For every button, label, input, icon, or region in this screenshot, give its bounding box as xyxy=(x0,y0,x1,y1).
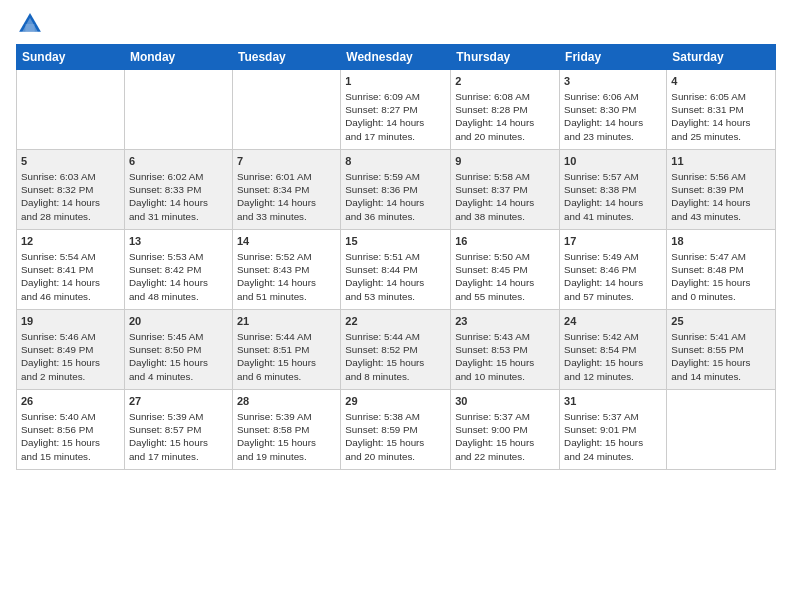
day-info: Sunrise: 6:08 AM Sunset: 8:28 PM Dayligh… xyxy=(455,90,555,143)
day-cell: 11Sunrise: 5:56 AM Sunset: 8:39 PM Dayli… xyxy=(667,150,776,230)
day-cell: 26Sunrise: 5:40 AM Sunset: 8:56 PM Dayli… xyxy=(17,390,125,470)
day-info: Sunrise: 5:39 AM Sunset: 8:57 PM Dayligh… xyxy=(129,410,228,463)
day-number: 12 xyxy=(21,234,120,249)
day-number: 27 xyxy=(129,394,228,409)
day-cell: 21Sunrise: 5:44 AM Sunset: 8:51 PM Dayli… xyxy=(233,310,341,390)
day-info: Sunrise: 5:44 AM Sunset: 8:52 PM Dayligh… xyxy=(345,330,446,383)
col-header-monday: Monday xyxy=(124,45,232,70)
day-info: Sunrise: 6:05 AM Sunset: 8:31 PM Dayligh… xyxy=(671,90,771,143)
week-row-3: 19Sunrise: 5:46 AM Sunset: 8:49 PM Dayli… xyxy=(17,310,776,390)
day-cell: 7Sunrise: 6:01 AM Sunset: 8:34 PM Daylig… xyxy=(233,150,341,230)
day-number: 18 xyxy=(671,234,771,249)
day-number: 13 xyxy=(129,234,228,249)
day-info: Sunrise: 5:49 AM Sunset: 8:46 PM Dayligh… xyxy=(564,250,662,303)
day-info: Sunrise: 6:03 AM Sunset: 8:32 PM Dayligh… xyxy=(21,170,120,223)
day-info: Sunrise: 6:06 AM Sunset: 8:30 PM Dayligh… xyxy=(564,90,662,143)
day-number: 29 xyxy=(345,394,446,409)
day-cell: 25Sunrise: 5:41 AM Sunset: 8:55 PM Dayli… xyxy=(667,310,776,390)
day-cell: 10Sunrise: 5:57 AM Sunset: 8:38 PM Dayli… xyxy=(560,150,667,230)
day-number: 25 xyxy=(671,314,771,329)
day-info: Sunrise: 5:44 AM Sunset: 8:51 PM Dayligh… xyxy=(237,330,336,383)
day-info: Sunrise: 5:42 AM Sunset: 8:54 PM Dayligh… xyxy=(564,330,662,383)
day-number: 9 xyxy=(455,154,555,169)
day-info: Sunrise: 5:53 AM Sunset: 8:42 PM Dayligh… xyxy=(129,250,228,303)
day-number: 30 xyxy=(455,394,555,409)
day-number: 6 xyxy=(129,154,228,169)
day-info: Sunrise: 5:47 AM Sunset: 8:48 PM Dayligh… xyxy=(671,250,771,303)
day-number: 20 xyxy=(129,314,228,329)
day-cell: 19Sunrise: 5:46 AM Sunset: 8:49 PM Dayli… xyxy=(17,310,125,390)
day-number: 21 xyxy=(237,314,336,329)
day-number: 14 xyxy=(237,234,336,249)
day-cell: 18Sunrise: 5:47 AM Sunset: 8:48 PM Dayli… xyxy=(667,230,776,310)
day-info: Sunrise: 5:37 AM Sunset: 9:01 PM Dayligh… xyxy=(564,410,662,463)
col-header-sunday: Sunday xyxy=(17,45,125,70)
day-cell: 13Sunrise: 5:53 AM Sunset: 8:42 PM Dayli… xyxy=(124,230,232,310)
day-cell: 6Sunrise: 6:02 AM Sunset: 8:33 PM Daylig… xyxy=(124,150,232,230)
day-cell: 27Sunrise: 5:39 AM Sunset: 8:57 PM Dayli… xyxy=(124,390,232,470)
day-cell: 22Sunrise: 5:44 AM Sunset: 8:52 PM Dayli… xyxy=(341,310,451,390)
day-number: 26 xyxy=(21,394,120,409)
day-cell: 16Sunrise: 5:50 AM Sunset: 8:45 PM Dayli… xyxy=(451,230,560,310)
day-info: Sunrise: 5:56 AM Sunset: 8:39 PM Dayligh… xyxy=(671,170,771,223)
logo xyxy=(16,10,48,38)
day-number: 1 xyxy=(345,74,446,89)
day-info: Sunrise: 5:59 AM Sunset: 8:36 PM Dayligh… xyxy=(345,170,446,223)
day-cell xyxy=(124,70,232,150)
day-info: Sunrise: 5:46 AM Sunset: 8:49 PM Dayligh… xyxy=(21,330,120,383)
page: SundayMondayTuesdayWednesdayThursdayFrid… xyxy=(0,0,792,612)
day-number: 31 xyxy=(564,394,662,409)
col-header-thursday: Thursday xyxy=(451,45,560,70)
day-cell: 15Sunrise: 5:51 AM Sunset: 8:44 PM Dayli… xyxy=(341,230,451,310)
day-info: Sunrise: 6:02 AM Sunset: 8:33 PM Dayligh… xyxy=(129,170,228,223)
day-info: Sunrise: 5:41 AM Sunset: 8:55 PM Dayligh… xyxy=(671,330,771,383)
day-number: 28 xyxy=(237,394,336,409)
day-number: 19 xyxy=(21,314,120,329)
day-cell: 24Sunrise: 5:42 AM Sunset: 8:54 PM Dayli… xyxy=(560,310,667,390)
day-number: 2 xyxy=(455,74,555,89)
day-cell: 23Sunrise: 5:43 AM Sunset: 8:53 PM Dayli… xyxy=(451,310,560,390)
header-row: SundayMondayTuesdayWednesdayThursdayFrid… xyxy=(17,45,776,70)
day-info: Sunrise: 5:52 AM Sunset: 8:43 PM Dayligh… xyxy=(237,250,336,303)
day-info: Sunrise: 5:38 AM Sunset: 8:59 PM Dayligh… xyxy=(345,410,446,463)
day-number: 5 xyxy=(21,154,120,169)
week-row-1: 5Sunrise: 6:03 AM Sunset: 8:32 PM Daylig… xyxy=(17,150,776,230)
week-row-2: 12Sunrise: 5:54 AM Sunset: 8:41 PM Dayli… xyxy=(17,230,776,310)
day-info: Sunrise: 5:54 AM Sunset: 8:41 PM Dayligh… xyxy=(21,250,120,303)
col-header-wednesday: Wednesday xyxy=(341,45,451,70)
day-number: 11 xyxy=(671,154,771,169)
day-number: 10 xyxy=(564,154,662,169)
day-cell: 9Sunrise: 5:58 AM Sunset: 8:37 PM Daylig… xyxy=(451,150,560,230)
day-info: Sunrise: 5:50 AM Sunset: 8:45 PM Dayligh… xyxy=(455,250,555,303)
day-number: 15 xyxy=(345,234,446,249)
day-info: Sunrise: 5:45 AM Sunset: 8:50 PM Dayligh… xyxy=(129,330,228,383)
day-number: 3 xyxy=(564,74,662,89)
day-cell: 12Sunrise: 5:54 AM Sunset: 8:41 PM Dayli… xyxy=(17,230,125,310)
day-number: 24 xyxy=(564,314,662,329)
day-info: Sunrise: 5:37 AM Sunset: 9:00 PM Dayligh… xyxy=(455,410,555,463)
day-cell: 5Sunrise: 6:03 AM Sunset: 8:32 PM Daylig… xyxy=(17,150,125,230)
day-info: Sunrise: 5:51 AM Sunset: 8:44 PM Dayligh… xyxy=(345,250,446,303)
col-header-tuesday: Tuesday xyxy=(233,45,341,70)
day-number: 8 xyxy=(345,154,446,169)
day-info: Sunrise: 6:01 AM Sunset: 8:34 PM Dayligh… xyxy=(237,170,336,223)
calendar: SundayMondayTuesdayWednesdayThursdayFrid… xyxy=(16,44,776,470)
day-cell: 20Sunrise: 5:45 AM Sunset: 8:50 PM Dayli… xyxy=(124,310,232,390)
day-info: Sunrise: 5:43 AM Sunset: 8:53 PM Dayligh… xyxy=(455,330,555,383)
day-cell xyxy=(667,390,776,470)
header xyxy=(16,10,776,38)
day-cell: 30Sunrise: 5:37 AM Sunset: 9:00 PM Dayli… xyxy=(451,390,560,470)
week-row-4: 26Sunrise: 5:40 AM Sunset: 8:56 PM Dayli… xyxy=(17,390,776,470)
col-header-friday: Friday xyxy=(560,45,667,70)
day-cell: 28Sunrise: 5:39 AM Sunset: 8:58 PM Dayli… xyxy=(233,390,341,470)
day-number: 7 xyxy=(237,154,336,169)
day-cell: 8Sunrise: 5:59 AM Sunset: 8:36 PM Daylig… xyxy=(341,150,451,230)
svg-rect-2 xyxy=(25,24,34,32)
day-info: Sunrise: 5:57 AM Sunset: 8:38 PM Dayligh… xyxy=(564,170,662,223)
day-cell: 3Sunrise: 6:06 AM Sunset: 8:30 PM Daylig… xyxy=(560,70,667,150)
col-header-saturday: Saturday xyxy=(667,45,776,70)
day-cell: 14Sunrise: 5:52 AM Sunset: 8:43 PM Dayli… xyxy=(233,230,341,310)
day-info: Sunrise: 5:39 AM Sunset: 8:58 PM Dayligh… xyxy=(237,410,336,463)
day-cell xyxy=(17,70,125,150)
day-number: 22 xyxy=(345,314,446,329)
